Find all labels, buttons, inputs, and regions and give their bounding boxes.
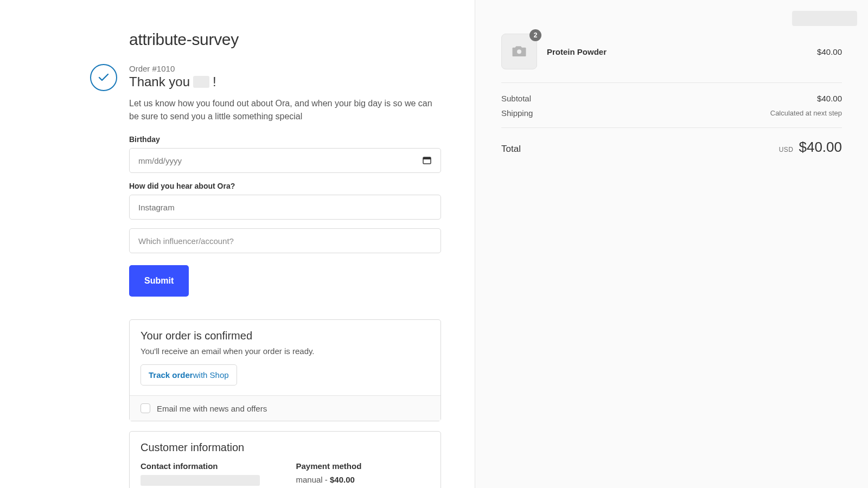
influencer-input[interactable] <box>129 228 441 253</box>
thank-you-heading: Thank you ! <box>129 74 216 89</box>
customer-info-title: Customer information <box>141 441 430 454</box>
order-confirmed-subtitle: You'll receive an email when your order … <box>141 346 430 356</box>
currency-code: USD <box>779 146 794 153</box>
email-offers-checkbox[interactable] <box>141 403 150 413</box>
birthday-label: Birthday <box>129 135 441 144</box>
quantity-badge: 2 <box>529 29 541 41</box>
survey-intro-text: Let us know how you found out about Ora,… <box>129 97 441 123</box>
payment-method-value: manual - $40.00 <box>296 475 430 484</box>
calendar-icon[interactable] <box>423 156 431 165</box>
hear-about-label: How did you hear about Ora? <box>129 182 441 190</box>
shipping-value: Calculated at next step <box>770 109 842 117</box>
birthday-input[interactable]: mm/dd/yyyy <box>129 148 441 173</box>
camera-icon <box>511 44 527 60</box>
store-title: attribute-survey <box>129 30 441 49</box>
payment-method-heading: Payment method <box>296 461 430 471</box>
subtotal-value: $40.00 <box>817 94 842 103</box>
hear-about-select[interactable]: Instagram <box>129 195 441 220</box>
order-number: Order #1010 <box>129 64 216 73</box>
product-thumbnail: 2 <box>501 34 537 69</box>
redacted-name <box>193 76 209 88</box>
redacted-contact <box>141 475 260 486</box>
product-name: Protein Powder <box>547 47 817 56</box>
total-label: Total <box>501 144 521 155</box>
shipping-label: Shipping <box>501 108 533 118</box>
email-offers-label: Email me with news and offers <box>157 404 267 413</box>
svg-rect-1 <box>423 157 431 159</box>
order-confirmed-title: Your order is confirmed <box>141 330 430 342</box>
redacted-pill <box>792 11 857 26</box>
checkmark-icon <box>90 64 117 91</box>
subtotal-label: Subtotal <box>501 94 531 103</box>
total-value: $40.00 <box>799 139 842 156</box>
contact-info-heading: Contact information <box>141 461 275 471</box>
product-price: $40.00 <box>817 47 842 56</box>
track-order-button[interactable]: Track order with Shop <box>141 364 237 386</box>
svg-point-2 <box>517 49 521 54</box>
cart-item: 2 Protein Powder $40.00 <box>501 30 842 83</box>
submit-button[interactable]: Submit <box>129 265 189 297</box>
